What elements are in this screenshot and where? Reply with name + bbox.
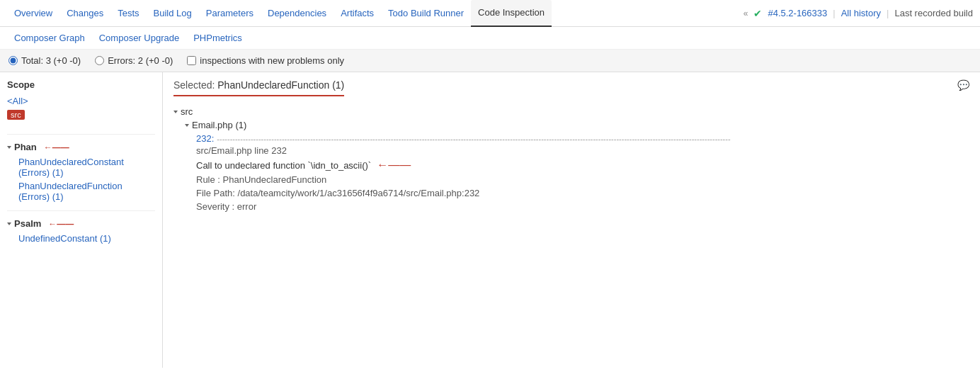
errors-radio[interactable] — [95, 56, 104, 65]
line-row: 232: -----------------------------------… — [196, 133, 969, 144]
detail-header: Selected: PhanUndeclaredFunction (1) — [173, 79, 344, 96]
nav-code-inspection[interactable]: Code Inspection — [471, 0, 552, 27]
total-label: Total: 3 (+0 -0) — [21, 55, 81, 66]
severity-line: Severity : error — [196, 200, 969, 213]
nav-right: « ✔ #4.5.2-166333 | All history | Last r… — [743, 8, 973, 19]
phan-undeclared-constant-link[interactable]: PhanUndeclaredConstant (Errors) (1) — [7, 155, 155, 179]
email-file-icon — [185, 124, 189, 127]
tree-section: src Email.php (1) 232: -----------------… — [173, 106, 969, 213]
email-file[interactable]: Email.php (1) — [185, 120, 969, 130]
inspections-checkbox-label[interactable]: inspections with new problems only — [187, 55, 344, 66]
psalm-undefined-constant-link[interactable]: UndefinedConstant (1) — [7, 232, 155, 245]
filter-bar: Total: 3 (+0 -0) Errors: 2 (+0 -0) inspe… — [0, 50, 980, 72]
phan-collapse-icon — [7, 146, 11, 149]
scope-divider — [7, 134, 155, 135]
line-number[interactable]: 232: — [196, 133, 214, 144]
sub-nav-phpmetrics[interactable]: PHPmetrics — [186, 27, 249, 50]
scope-src-tag[interactable]: src — [7, 110, 25, 120]
nav-tests[interactable]: Tests — [110, 0, 146, 27]
phan-arrow-icon: ←—— — [44, 142, 69, 152]
nav-artifacts[interactable]: Artifacts — [334, 0, 381, 27]
sub-navigation: Composer Graph Composer Upgrade PHPmetri… — [0, 27, 980, 50]
nav-dependencies[interactable]: Dependencies — [261, 0, 334, 27]
inspections-label: inspections with new problems only — [200, 55, 344, 66]
total-radio-label[interactable]: Total: 3 (+0 -0) — [8, 55, 81, 66]
inspections-checkbox[interactable] — [187, 56, 196, 65]
call-line: Call to undeclared function `\idn_to_asc… — [196, 157, 969, 173]
call-text: Call to undeclared function `\idn_to_asc… — [196, 160, 371, 171]
src-folder-label: src — [181, 106, 193, 117]
detail-panel: Selected: PhanUndeclaredFunction (1) 💬 s… — [163, 72, 980, 368]
all-history-link[interactable]: All history — [841, 8, 881, 18]
psalm-collapse-icon — [7, 222, 11, 225]
phan-group-label: Phan — [14, 142, 37, 152]
filepath-line: File Path: /data/teamcity/work/1/ac31656… — [196, 186, 969, 200]
build-number[interactable]: #4.5.2-166333 — [768, 8, 827, 18]
phan-group-header[interactable]: Phan ←—— — [7, 142, 155, 152]
errors-radio-label[interactable]: Errors: 2 (+0 -0) — [95, 55, 173, 66]
psalm-group-header[interactable]: Psalm ←—— — [7, 218, 155, 229]
rule-line: Rule : PhanUndeclaredFunction — [196, 173, 969, 186]
total-radio[interactable] — [8, 56, 18, 65]
psalm-divider — [7, 210, 155, 211]
separator-1: | — [833, 8, 835, 18]
nav-changes[interactable]: Changes — [59, 0, 110, 27]
path-line: src/Email.php line 232 — [196, 144, 969, 157]
nav-todo-build-runner[interactable]: Todo Build Runner — [381, 0, 471, 27]
last-recorded-label: Last recorded build — [894, 8, 973, 18]
status-check-icon: ✔ — [753, 8, 762, 19]
errors-label: Errors: 2 (+0 -0) — [108, 55, 173, 66]
sub-nav-composer-graph[interactable]: Composer Graph — [7, 27, 92, 50]
sub-nav-composer-upgrade[interactable]: Composer Upgrade — [92, 27, 186, 50]
dashes-separator: ----------------------------------------… — [217, 135, 730, 143]
scope-title: Scope — [7, 79, 155, 90]
nav-build-log[interactable]: Build Log — [147, 0, 199, 27]
src-folder-icon — [173, 111, 178, 113]
separator-2: | — [887, 8, 889, 18]
comment-icon[interactable]: 💬 — [957, 79, 969, 91]
main-content: Scope <All> src Phan ←—— PhanUndeclaredC… — [0, 72, 980, 368]
email-file-label: Email.php (1) — [192, 120, 246, 130]
nav-overview[interactable]: Overview — [7, 0, 59, 27]
nav-parameters[interactable]: Parameters — [199, 0, 261, 27]
call-arrow-icon: ←—— — [377, 159, 411, 171]
selected-label: Selected: — [173, 79, 215, 91]
src-folder[interactable]: src — [173, 106, 969, 117]
scope-panel: Scope <All> src Phan ←—— PhanUndeclaredC… — [0, 72, 163, 368]
phan-undeclared-function-link[interactable]: PhanUndeclaredFunction (Errors) (1) — [7, 179, 155, 203]
top-navigation: Overview Changes Tests Build Log Paramet… — [0, 0, 980, 27]
scope-all-link[interactable]: <All> — [7, 96, 155, 106]
back-arrows-icon[interactable]: « — [743, 9, 748, 18]
nav-items: Overview Changes Tests Build Log Paramet… — [7, 0, 743, 27]
selected-value: PhanUndeclaredFunction (1) — [217, 79, 344, 91]
psalm-arrow-icon: ←—— — [48, 219, 74, 229]
psalm-group-label: Psalm — [14, 218, 41, 229]
